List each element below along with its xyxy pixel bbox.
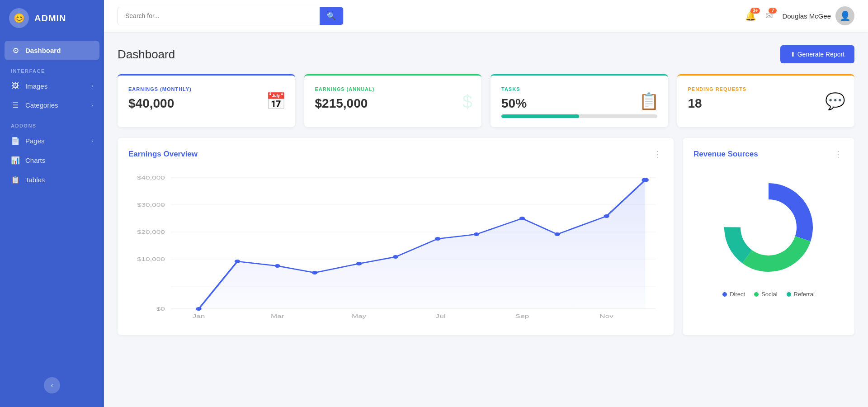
notifications-badge: 3+ [750, 8, 760, 14]
task-progress [501, 114, 657, 118]
search-button[interactable]: 🔍 [320, 7, 343, 25]
donut-chart [714, 173, 823, 282]
sidebar-item-label: Pages [25, 137, 45, 145]
revenue-chart-card: Revenue Sources ⋮ [683, 138, 854, 335]
sidebar-item-dashboard[interactable]: ⊙ Dashboard [5, 41, 99, 60]
revenue-chart-title: Revenue Sources [693, 150, 758, 159]
charts-row: Earnings Overview ⋮ $40,000 $30,000 $20,… [118, 138, 854, 335]
stat-value-tasks: 50% [501, 96, 657, 111]
legend-label-referral: Referral [794, 291, 815, 298]
stats-row: EARNINGS (MONTHLY) $40,000 📅 EARNINGS (A… [118, 74, 854, 127]
pages-icon: 📄 [11, 137, 20, 145]
stat-label-pending: PENDING REQUESTS [688, 86, 844, 92]
svg-point-20 [312, 271, 317, 274]
svg-point-17 [196, 307, 201, 311]
sidebar-item-pages[interactable]: 📄 Pages › [0, 131, 104, 151]
generate-report-button[interactable]: ⬆ Generate Report [780, 45, 854, 63]
svg-point-19 [274, 264, 280, 268]
logo-text: ADMIN [34, 13, 66, 24]
social-dot [754, 292, 759, 297]
chat-icon: 💬 [825, 92, 845, 111]
main-content: 🔍 🔔 3+ ✉ 7 Douglas McGee 👤 Dashboard ⬆ G… [104, 0, 868, 407]
stat-value-monthly: $40,000 [128, 96, 284, 111]
messages-button[interactable]: ✉ 7 [765, 10, 773, 21]
clipboard-icon: 📋 [639, 92, 659, 111]
svg-text:$0: $0 [156, 306, 165, 312]
svg-text:$40,000: $40,000 [137, 175, 165, 180]
legend-label-social: Social [761, 291, 777, 298]
svg-point-18 [235, 260, 240, 263]
sidebar-item-label: Images [25, 82, 47, 90]
stat-card-monthly: EARNINGS (MONTHLY) $40,000 📅 [118, 74, 295, 127]
chevron-right-icon: › [91, 102, 93, 109]
referral-dot [787, 292, 791, 297]
stat-card-pending: PENDING REQUESTS 18 💬 [677, 74, 855, 127]
svg-point-25 [519, 217, 525, 220]
earnings-line-chart: $40,000 $30,000 $20,000 $10,000 $0 Jan M… [128, 169, 663, 322]
svg-text:$10,000: $10,000 [137, 256, 165, 262]
sidebar-logo[interactable]: 😊 ADMIN [0, 0, 104, 36]
sidebar: 😊 ADMIN ⊙ Dashboard INTERFACE 🖼 Images ›… [0, 0, 104, 407]
charts-icon: 📊 [11, 156, 20, 165]
earnings-chart-card: Earnings Overview ⋮ $40,000 $30,000 $20,… [118, 138, 674, 335]
sidebar-item-label: Tables [25, 176, 45, 184]
revenue-chart-menu[interactable]: ⋮ [834, 149, 844, 160]
sidebar-item-tables[interactable]: 📋 Tables [0, 170, 104, 189]
search-input[interactable] [118, 8, 320, 24]
svg-point-21 [356, 262, 362, 265]
header: 🔍 🔔 3+ ✉ 7 Douglas McGee 👤 [104, 0, 868, 32]
svg-text:$20,000: $20,000 [137, 229, 165, 235]
page-title: Dashboard [118, 47, 175, 62]
header-actions: 🔔 3+ ✉ 7 Douglas McGee 👤 [745, 6, 854, 25]
sidebar-item-categories[interactable]: ☰ Categories › [0, 95, 104, 115]
sidebar-section-interface: INTERFACE [0, 60, 104, 76]
svg-point-32 [742, 201, 795, 254]
sidebar-item-charts[interactable]: 📊 Charts [0, 151, 104, 170]
svg-point-27 [604, 214, 609, 218]
page-header: Dashboard ⬆ Generate Report [118, 45, 854, 63]
messages-badge: 7 [769, 8, 777, 14]
search-bar[interactable]: 🔍 [118, 7, 344, 25]
svg-text:May: May [352, 313, 367, 319]
direct-dot [722, 292, 727, 297]
svg-point-22 [393, 255, 398, 259]
avatar: 👤 [835, 6, 854, 25]
dollar-icon: $ [462, 91, 472, 112]
stat-label-tasks: TASKS [501, 86, 657, 92]
chevron-right-icon: › [91, 83, 93, 89]
svg-point-24 [474, 232, 479, 236]
svg-point-26 [554, 232, 560, 236]
legend-social: Social [754, 291, 777, 298]
notifications-button[interactable]: 🔔 3+ [745, 10, 756, 21]
calendar-icon: 📅 [266, 92, 286, 111]
svg-text:Mar: Mar [271, 313, 284, 319]
earnings-chart-title: Earnings Overview [128, 150, 198, 159]
svg-point-23 [435, 237, 440, 241]
stat-card-tasks: TASKS 50% 📋 [491, 74, 668, 127]
sidebar-nav: ⊙ Dashboard INTERFACE 🖼 Images › ☰ Categ… [0, 36, 104, 407]
stat-label-annual: EARNINGS (ANNUAL) [315, 86, 471, 92]
svg-text:Jul: Jul [436, 313, 446, 319]
donut-chart-area: Direct Social Referral [693, 169, 844, 298]
svg-text:Nov: Nov [599, 313, 613, 319]
donut-legend: Direct Social Referral [722, 291, 815, 298]
sidebar-item-label: Charts [25, 156, 45, 164]
earnings-chart-menu[interactable]: ⋮ [653, 149, 663, 160]
progress-bar-fill [501, 114, 579, 118]
stat-value-pending: 18 [688, 96, 844, 111]
stat-label-monthly: EARNINGS (MONTHLY) [128, 86, 284, 92]
sidebar-collapse-button[interactable]: ‹ [44, 377, 60, 393]
chevron-right-icon: › [91, 138, 93, 144]
content-area: Dashboard ⬆ Generate Report EARNINGS (MO… [104, 32, 868, 407]
legend-label-direct: Direct [730, 291, 745, 298]
svg-text:Jan: Jan [193, 313, 205, 319]
revenue-chart-header: Revenue Sources ⋮ [693, 149, 844, 160]
images-icon: 🖼 [11, 82, 20, 90]
user-name: Douglas McGee [782, 12, 831, 20]
user-info[interactable]: Douglas McGee 👤 [782, 6, 854, 25]
svg-point-28 [642, 178, 649, 182]
sidebar-item-images[interactable]: 🖼 Images › [0, 76, 104, 95]
sidebar-item-label: Categories [25, 101, 58, 109]
svg-text:$30,000: $30,000 [137, 202, 165, 208]
categories-icon: ☰ [11, 101, 20, 109]
